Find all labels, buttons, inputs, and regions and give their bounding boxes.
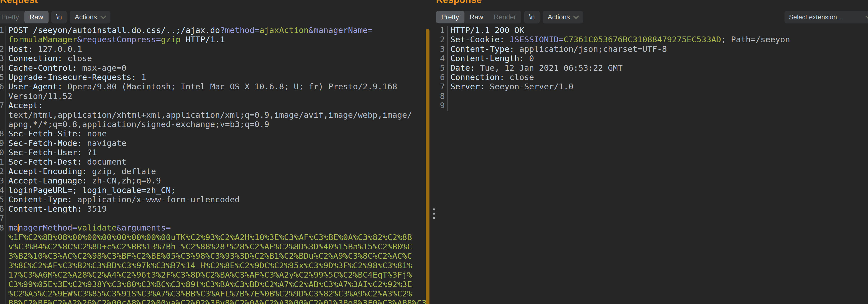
select-extension-label: Select extension...: [784, 13, 847, 21]
code-line[interactable]: 6Connection: close: [435, 73, 790, 82]
code-text: C3%99%05E%3E%C2%938Y%C3%80%C3%BC%C3%89t%…: [8, 280, 412, 289]
line-number: 16: [0, 204, 4, 214]
line-number: 4: [0, 63, 4, 73]
code-text: apng,*/*;q=0.8,application/signed-exchan…: [8, 120, 269, 129]
code-text: B8%C2%BF%C2%A2%26%C2%00cA8%C2%00va%C2%02…: [8, 299, 427, 304]
code-line[interactable]: v%C3%B4%C2%8C%C2%8D+c%C2%BB%13%7Bh_%C2%8…: [0, 242, 427, 251]
code-line[interactable]: 1POST /seeyon/autoinstall.do.css/..;/aja…: [0, 26, 427, 35]
request-scrollbar[interactable]: [426, 29, 430, 304]
line-number: [0, 299, 4, 304]
code-line[interactable]: 11Sec-Fetch-Dest: document: [0, 157, 427, 166]
code-line[interactable]: text/html,application/xhtml+xml,applicat…: [0, 111, 427, 120]
line-number: [0, 35, 4, 44]
splitter-dot-icon: [433, 208, 435, 210]
code-text: loginPageURL=; login_locale=zh_CN;: [8, 186, 176, 195]
code-line[interactable]: 3Content-Type: application/json;charset=…: [435, 44, 790, 54]
code-text: %C2%A5%C2%9EW%C3%85%C3%91S%C3%A7%C3%BB%C…: [8, 289, 412, 299]
code-text: Upgrade-Insecure-Requests: 1: [8, 73, 146, 82]
code-text: Sec-Fetch-Mode: navigate: [8, 139, 127, 148]
line-number: 2: [0, 44, 4, 54]
code-line[interactable]: Version/11.52: [0, 92, 427, 101]
code-text: HTTP/1.1 200 OK: [451, 26, 524, 35]
newline-toggle-button[interactable]: \n: [524, 11, 540, 23]
code-line[interactable]: 9Sec-Fetch-Mode: navigate: [0, 139, 427, 148]
line-number: [0, 270, 4, 280]
code-line[interactable]: 3Connection: close: [0, 54, 427, 63]
request-panel: Request Pretty Raw \n Actions 1POST /see…: [0, 0, 429, 304]
code-line[interactable]: 1HTTP/1.1 200 OK: [435, 26, 790, 35]
line-number: 5: [435, 63, 445, 73]
burp-message-editor: { "colors":{ "bg":"#262627","accent":"#e…: [0, 0, 868, 304]
line-number: 2: [435, 35, 445, 44]
code-line[interactable]: C3%99%05E%3E%C2%938Y%C3%80%C3%BC%C3%89t%…: [0, 280, 427, 289]
line-number: 13: [0, 176, 4, 185]
tab-raw[interactable]: Raw: [464, 11, 489, 23]
code-line[interactable]: 18managerMethod=validate&arguments=: [0, 223, 427, 233]
code-line[interactable]: 16Content-Length: 3519: [0, 204, 427, 214]
code-line[interactable]: 3%8C%C2%AF%C3%B2%C3%BD%C3%97k%C3%B7%14_H…: [0, 261, 427, 270]
line-number: 6: [435, 73, 445, 82]
code-text: v%C3%B4%C2%8C%C2%8D+c%C2%BB%13%7Bh_%C2%8…: [8, 242, 412, 251]
code-line[interactable]: 12Accept-Encoding: gzip, deflate: [0, 167, 427, 176]
tab-raw[interactable]: Raw: [24, 11, 49, 23]
code-line[interactable]: %C2%A5%C2%9EW%C3%85%C3%91S%C3%A7%C3%BB%C…: [0, 289, 427, 299]
line-number: 9: [0, 139, 4, 148]
line-number: [0, 242, 4, 251]
splitter-dot-icon: [433, 217, 435, 219]
line-number: 9: [435, 101, 445, 110]
actions-button[interactable]: Actions: [70, 11, 111, 23]
tab-pretty[interactable]: Pretty: [436, 11, 464, 23]
code-text: Sec-Fetch-Site: none: [8, 129, 107, 139]
code-line[interactable]: 5Upgrade-Insecure-Requests: 1: [0, 73, 427, 82]
tab-pretty[interactable]: Pretty: [0, 11, 24, 23]
select-extension-button[interactable]: Select extension...: [784, 11, 868, 23]
code-line[interactable]: 3%B2%10%C3%AC%C2%98%C3%BF%C2%BE%05%C3%98…: [0, 251, 427, 261]
request-editor[interactable]: 1POST /seeyon/autoinstall.do.css/..;/aja…: [0, 26, 427, 304]
code-line[interactable]: 9: [435, 101, 790, 110]
code-line[interactable]: 15Content-Type: application/x-www-form-u…: [0, 195, 427, 204]
code-text: Set-Cookie: JSESSIONID=C7361C053676BC310…: [451, 35, 790, 44]
code-line[interactable]: 13Accept-Language: zh-CN,zh;q=0.9: [0, 176, 427, 185]
code-line[interactable]: B8%C2%BF%C2%A2%26%C2%00cA8%C2%00va%C2%02…: [0, 299, 427, 304]
code-line[interactable]: 7Server: Seeyon-Server/1.0: [435, 82, 790, 91]
line-number: 4: [435, 54, 445, 63]
splitter-dot-icon: [433, 213, 435, 215]
code-line[interactable]: 2Set-Cookie: JSESSIONID=C7361C053676BC31…: [435, 35, 790, 44]
tab-render[interactable]: Render: [489, 11, 522, 23]
code-line[interactable]: 10Sec-Fetch-User: ?1: [0, 148, 427, 157]
panel-splitter-handle[interactable]: [432, 208, 436, 219]
code-line[interactable]: 17%C3%A6M%C2%A28%C2%A4%C2%96t3%2F%C3%8D%…: [0, 270, 427, 280]
code-line[interactable]: 2Host: 127.0.0.1: [0, 44, 427, 54]
line-number: [0, 120, 4, 129]
line-number: 18: [0, 223, 4, 233]
code-line[interactable]: 14loginPageURL=; login_locale=zh_CN;: [0, 186, 427, 195]
line-number: [0, 280, 4, 289]
code-line[interactable]: 7Accept:: [0, 101, 427, 110]
code-text: Accept-Language: zh-CN,zh;q=0.9: [8, 176, 161, 185]
code-line[interactable]: 8Sec-Fetch-Site: none: [0, 129, 427, 139]
code-line[interactable]: 6User-Agent: Opera/9.80 (Macintosh; Inte…: [0, 82, 427, 91]
line-number: 12: [0, 167, 4, 176]
code-text: 3%B2%10%C3%AC%C2%98%C3%BF%C2%BE%05%C3%98…: [8, 251, 412, 261]
code-text: Content-Type: application/x-www-form-url…: [8, 195, 240, 204]
code-line[interactable]: 4Content-Length: 0: [435, 54, 790, 63]
code-line[interactable]: 8: [435, 92, 790, 101]
newline-toggle-button[interactable]: \n: [51, 11, 67, 23]
code-line[interactable]: %1F%C2%8B%08%00%00%00%00%00%00%00uTK%C2%…: [0, 233, 427, 242]
code-line[interactable]: 5Date: Tue, 12 Jan 2021 06:53:22 GMT: [435, 63, 790, 73]
line-number: [0, 261, 4, 270]
code-line[interactable]: formulaManager&requestCompress=gzip HTTP…: [0, 35, 427, 44]
response-editor[interactable]: 1HTTP/1.1 200 OK2Set-Cookie: JSESSIONID=…: [435, 26, 790, 111]
code-text: Version/11.52: [8, 92, 72, 101]
code-line[interactable]: 17: [0, 214, 427, 223]
chevron-down-icon: [573, 13, 579, 19]
request-tabbar: Pretty Raw \n Actions: [0, 11, 111, 23]
line-number: 5: [0, 73, 4, 82]
actions-button[interactable]: Actions: [543, 11, 584, 23]
line-number: [0, 92, 4, 101]
line-number: 7: [0, 101, 4, 110]
code-text: Host: 127.0.0.1: [8, 44, 82, 54]
code-line[interactable]: apng,*/*;q=0.8,application/signed-exchan…: [0, 120, 427, 129]
code-line[interactable]: 4Cache-Control: max-age=0: [0, 63, 427, 73]
code-text: Content-Length: 0: [451, 54, 534, 63]
